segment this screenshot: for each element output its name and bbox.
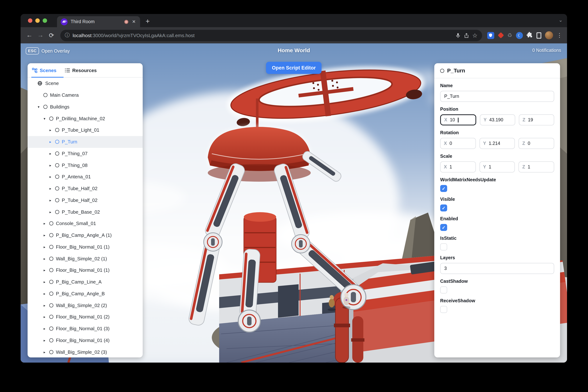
tree-row[interactable]: ▸P_Antena_01 bbox=[28, 171, 143, 183]
browser-menu-kebab-icon[interactable]: ⋮ bbox=[557, 32, 562, 38]
axis-value: 43.190 bbox=[489, 117, 503, 122]
node-circle-icon bbox=[49, 338, 53, 342]
forward-button-icon[interactable]: → bbox=[35, 32, 46, 39]
red-diamond-extension-icon[interactable] bbox=[498, 32, 504, 38]
node-circle-icon bbox=[49, 303, 53, 307]
input-scale-z[interactable]: Z1 bbox=[519, 162, 554, 172]
open-script-editor-button[interactable]: Open Script Editor bbox=[266, 62, 322, 74]
tree-row[interactable]: ▸P_Big_Camp_Line_A bbox=[28, 276, 143, 288]
tree-row[interactable]: Main Camera bbox=[28, 89, 143, 101]
input-position-y[interactable]: Y43.190 bbox=[480, 114, 515, 126]
panel-tabs: Scenes Resources bbox=[28, 63, 143, 78]
tree-row-label: P_Antena_01 bbox=[62, 174, 91, 180]
input-position-x[interactable]: X10 bbox=[440, 114, 476, 126]
address-bar[interactable]: ⓘ localhost:3000/world/!vjrzmTVOcyIsLgaA… bbox=[60, 30, 482, 41]
checkbox-castshadow[interactable] bbox=[440, 286, 447, 294]
site-info-icon[interactable]: ⓘ bbox=[65, 32, 70, 38]
tree-row[interactable]: ▸Wall_Big_Simple_02 (2) bbox=[28, 300, 143, 311]
tree-row[interactable]: ▸Floor_Big_Normal_01 (2) bbox=[28, 311, 143, 323]
chevron-right-icon[interactable]: ▸ bbox=[42, 256, 47, 260]
window-close-button[interactable] bbox=[28, 18, 32, 23]
tree-row[interactable]: ▸P_Tube_Light_01 bbox=[28, 124, 143, 136]
chevron-right-icon[interactable]: ▸ bbox=[48, 210, 52, 214]
notifications-count[interactable]: 0 Notifications bbox=[532, 48, 561, 53]
chevron-right-icon[interactable]: ▸ bbox=[42, 233, 47, 237]
tree-row[interactable]: ▸P_Big_Camp_Angle_B bbox=[28, 288, 143, 300]
chevron-right-icon[interactable]: ▸ bbox=[42, 350, 47, 354]
checkbox-isstatic[interactable] bbox=[440, 244, 447, 250]
extensions-puzzle-icon[interactable] bbox=[526, 32, 533, 39]
chevron-right-icon[interactable]: ▸ bbox=[42, 292, 47, 296]
tree-row[interactable]: ▸P_Tube_Half_02 bbox=[28, 183, 143, 194]
tree-row[interactable]: ▸P_Thing_08 bbox=[28, 160, 143, 171]
microphone-icon[interactable] bbox=[455, 32, 461, 38]
browser-tab[interactable]: Third Room ✕ bbox=[57, 16, 140, 27]
checkbox-receiveshadow[interactable] bbox=[440, 306, 447, 313]
input-rotation-x[interactable]: X0 bbox=[440, 138, 476, 149]
checkbox-enabled[interactable]: ✓ bbox=[440, 224, 447, 231]
profile-avatar[interactable] bbox=[545, 31, 553, 39]
window-minimize-button[interactable] bbox=[35, 18, 40, 23]
window-zoom-button[interactable] bbox=[43, 18, 47, 23]
node-circle-icon bbox=[44, 93, 48, 97]
input-name[interactable]: P_Turn bbox=[440, 91, 554, 102]
chevron-right-icon[interactable]: ▸ bbox=[48, 175, 52, 179]
back-button-icon[interactable]: ← bbox=[24, 32, 34, 39]
moon-extension-icon[interactable]: ☾ bbox=[516, 32, 523, 39]
chevron-right-icon[interactable]: ▸ bbox=[42, 280, 47, 284]
password-manager-extension-icon[interactable] bbox=[487, 32, 494, 39]
chevron-right-icon[interactable]: ▸ bbox=[42, 245, 47, 249]
chevron-right-icon[interactable]: ▸ bbox=[48, 163, 52, 167]
chevron-right-icon[interactable]: ▸ bbox=[48, 152, 52, 156]
input-position-z[interactable]: Z19 bbox=[519, 114, 554, 126]
tree-row[interactable]: ▾Buildings bbox=[28, 101, 143, 113]
chevron-right-icon[interactable]: ▸ bbox=[42, 222, 47, 226]
tree-row[interactable]: Scene bbox=[28, 78, 143, 89]
tab-search-chevron-icon[interactable]: ⌄ bbox=[558, 17, 563, 23]
share-icon[interactable] bbox=[464, 32, 469, 38]
tab-close-icon[interactable]: ✕ bbox=[131, 19, 136, 25]
url-text[interactable]: localhost:3000/world/!vjrzmTVOcyIsLgaAkA… bbox=[73, 32, 194, 38]
tab-resources[interactable]: Resources bbox=[64, 68, 97, 73]
tree-row[interactable]: ▸Floor_Big_Normal_01 (1) bbox=[28, 264, 143, 276]
tree-row[interactable]: ▸P_Tube_Base_02 bbox=[28, 206, 143, 218]
chevron-right-icon[interactable]: ▸ bbox=[48, 128, 52, 132]
recycle-extension-icon[interactable]: ♻ bbox=[507, 32, 512, 38]
input-scale-y[interactable]: Y1 bbox=[479, 162, 515, 172]
chevron-right-icon[interactable]: ▸ bbox=[42, 326, 47, 330]
tree-row[interactable]: ▸Floor_Big_Normal_01 (4) bbox=[28, 334, 143, 346]
tree-row[interactable]: ▸Console_Small_01 bbox=[28, 218, 143, 230]
sidebar-toggle-icon[interactable] bbox=[536, 32, 541, 38]
chevron-right-icon[interactable]: ▸ bbox=[48, 140, 52, 144]
input-layers[interactable]: 3 bbox=[440, 263, 554, 274]
reload-button-icon[interactable]: ⟳ bbox=[46, 32, 57, 39]
chevron-down-icon[interactable]: ▾ bbox=[36, 105, 41, 109]
input-rotation-y[interactable]: Y1.214 bbox=[479, 138, 515, 149]
axis-label: X bbox=[444, 117, 447, 122]
tree-row[interactable]: ▸P_Thing_07 bbox=[28, 148, 143, 160]
chevron-down-icon[interactable]: ▾ bbox=[42, 116, 47, 120]
tab-scenes[interactable]: Scenes bbox=[32, 68, 56, 73]
chevron-right-icon[interactable]: ▸ bbox=[42, 268, 47, 272]
tree-row[interactable]: ▸Floor_Big_Normal_01 (1) bbox=[28, 241, 143, 253]
axis-value: 1 bbox=[489, 164, 491, 170]
new-tab-button[interactable]: + bbox=[146, 16, 150, 26]
tree-row[interactable]: ▸P_Turn bbox=[28, 136, 143, 148]
chevron-right-icon[interactable]: ▸ bbox=[42, 338, 47, 342]
chevron-right-icon[interactable]: ▸ bbox=[42, 303, 47, 307]
tree-row[interactable]: ▸P_Tube_Half_02 bbox=[28, 194, 143, 206]
tree-row[interactable]: ▸Wall_Big_Simple_02 (3) bbox=[28, 346, 143, 358]
tree-row[interactable]: ▸Wall_Big_Simple_02 (1) bbox=[28, 253, 143, 264]
tree-row[interactable]: ▸Floor_Big_Normal_01 (3) bbox=[28, 323, 143, 335]
chevron-right-icon[interactable]: ▸ bbox=[48, 186, 52, 190]
checkbox-visible[interactable]: ✓ bbox=[440, 204, 447, 212]
input-rotation-z[interactable]: Z0 bbox=[519, 138, 554, 149]
chevron-right-icon[interactable]: ▸ bbox=[42, 315, 47, 319]
input-scale-x[interactable]: X1 bbox=[440, 162, 476, 172]
chevron-right-icon[interactable]: ▸ bbox=[48, 198, 52, 202]
checkbox-worldmatrixneedsupdate[interactable]: ✓ bbox=[440, 185, 447, 192]
browser-toolbar: ← → ⟳ ⓘ localhost:3000/world/!vjrzmTVOcy… bbox=[20, 27, 567, 44]
bookmark-star-icon[interactable]: ☆ bbox=[472, 32, 478, 39]
tree-row[interactable]: ▾P_Drilling_Machine_02 bbox=[28, 113, 143, 124]
tree-row[interactable]: ▸P_Big_Camp_Angle_A (1) bbox=[28, 230, 143, 241]
